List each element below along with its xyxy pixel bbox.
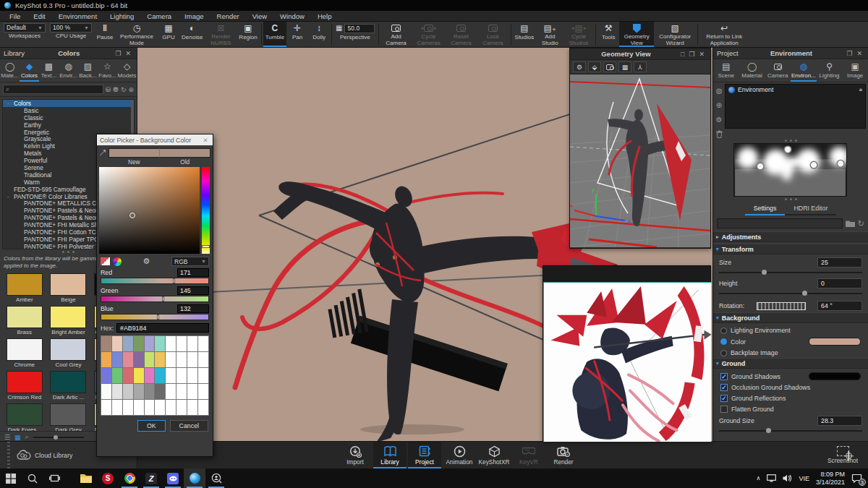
saved-swatch[interactable] bbox=[176, 351, 187, 367]
saved-swatch[interactable] bbox=[112, 351, 123, 367]
ground-reflections-option[interactable]: ✓Ground Reflections bbox=[720, 395, 861, 402]
reference-window-titlebar[interactable] bbox=[543, 266, 710, 282]
chrome-button[interactable] bbox=[119, 468, 140, 488]
geometry-viewport[interactable]: y z x bbox=[570, 74, 710, 247]
axis-icon[interactable]: ⅄ bbox=[634, 61, 647, 72]
pan-button[interactable]: ✛Pan bbox=[286, 22, 308, 47]
size-slider[interactable] bbox=[719, 269, 862, 275]
saved-swatch[interactable] bbox=[176, 335, 187, 351]
tree-item[interactable]: Earthy bbox=[3, 121, 134, 129]
gear-icon[interactable]: ⚙ bbox=[143, 257, 150, 266]
green-slider[interactable] bbox=[101, 296, 209, 302]
lock-camera-button[interactable]: Lock Camera bbox=[477, 22, 509, 47]
saved-swatch[interactable] bbox=[187, 399, 198, 415]
occlusion-ground-shadows-option[interactable]: ✓Occlusion Ground Shadows bbox=[720, 384, 861, 391]
screenshot-button[interactable]: Screenshot bbox=[827, 446, 858, 464]
saved-swatch[interactable] bbox=[112, 399, 123, 415]
hue-slider[interactable] bbox=[202, 167, 210, 254]
red-slider[interactable] bbox=[101, 278, 209, 284]
float-panel-icon[interactable]: ❐ bbox=[844, 50, 854, 57]
saved-swatch[interactable] bbox=[101, 399, 112, 415]
keyvr-button[interactable]: KeyVR bbox=[512, 442, 545, 468]
eyedropper-icon[interactable]: 🡕 bbox=[99, 149, 109, 157]
dolly-button[interactable]: ↕Dolly bbox=[308, 22, 330, 47]
grid-icon[interactable]: ▦ bbox=[618, 61, 631, 72]
color-swatch[interactable]: Chrome bbox=[4, 338, 45, 368]
tree-item[interactable]: -Colors bbox=[3, 100, 134, 107]
menu-item[interactable]: Image bbox=[178, 12, 210, 20]
menu-item[interactable]: Camera bbox=[140, 12, 178, 20]
hidden-icons-chevron[interactable]: ∧ bbox=[757, 475, 761, 481]
saved-swatch[interactable] bbox=[101, 335, 112, 351]
color-picker-titlebar[interactable]: Color Picker - Background Color ✕ bbox=[97, 134, 213, 145]
gradient-mode-icon[interactable] bbox=[101, 257, 110, 265]
saved-swatch[interactable] bbox=[198, 351, 209, 367]
cube-icon[interactable]: ⬙ bbox=[588, 61, 601, 72]
ok-button[interactable]: OK bbox=[137, 420, 166, 432]
tools-button[interactable]: ⚒Tools bbox=[597, 22, 619, 47]
saved-swatch[interactable] bbox=[123, 399, 134, 415]
rotation-field[interactable]: 64 ° bbox=[817, 301, 862, 311]
height-slider[interactable] bbox=[719, 290, 862, 296]
color-swatch[interactable]: Brass bbox=[4, 306, 45, 335]
saved-swatch[interactable] bbox=[145, 399, 156, 415]
studios-button[interactable]: ▤Studios bbox=[513, 22, 537, 47]
menu-item[interactable]: Lighting bbox=[103, 12, 140, 20]
camera-icon[interactable] bbox=[603, 61, 616, 72]
menu-item[interactable]: Environment bbox=[52, 12, 103, 20]
project-button[interactable]: Project bbox=[408, 442, 441, 468]
target-icon[interactable]: ⊕ bbox=[128, 86, 134, 93]
flatten-ground-option[interactable]: Flatten Ground bbox=[720, 406, 861, 413]
saved-swatch[interactable] bbox=[155, 335, 166, 351]
denoise-button[interactable]: ◐Denoise bbox=[179, 22, 205, 47]
gear-icon[interactable]: ⚙ bbox=[573, 61, 586, 72]
sphere-add-icon[interactable]: ⊕ bbox=[716, 101, 722, 109]
saved-swatch[interactable] bbox=[123, 367, 134, 383]
saved-swatch[interactable] bbox=[123, 335, 134, 351]
saved-swatch[interactable] bbox=[176, 399, 187, 415]
return-link-button[interactable]: ↩Return to Link Application bbox=[699, 22, 749, 47]
refresh-icon[interactable]: ↻ bbox=[121, 86, 127, 93]
color-swatch[interactable]: Amber bbox=[4, 273, 45, 303]
tab-image[interactable]: ▣Image bbox=[842, 59, 868, 82]
tab-models[interactable]: ◇Models bbox=[117, 59, 137, 82]
saved-swatch[interactable] bbox=[101, 383, 112, 399]
environment-list-item[interactable]: Environment 🔒︎ bbox=[726, 85, 865, 95]
shadow-color-swatch[interactable] bbox=[809, 372, 861, 380]
color-option[interactable]: Color bbox=[720, 338, 861, 346]
render-button[interactable]: Render bbox=[547, 442, 580, 468]
splitter-handle[interactable] bbox=[713, 197, 868, 202]
configurator-wizard-button[interactable]: ▧Configurator Wizard bbox=[654, 22, 696, 47]
saved-swatch[interactable] bbox=[155, 367, 166, 383]
tumble-button[interactable]: CTumble bbox=[263, 22, 286, 47]
wheel-mode-icon[interactable] bbox=[113, 257, 122, 266]
red-value[interactable]: 171 bbox=[177, 268, 209, 277]
saved-swatch[interactable] bbox=[187, 335, 198, 351]
geometry-view-button[interactable]: Geometry View bbox=[619, 22, 654, 47]
tab-textures[interactable]: ▩Text... bbox=[39, 59, 59, 82]
saved-swatch[interactable] bbox=[112, 335, 123, 351]
pause-button[interactable]: ‖Pause bbox=[94, 22, 116, 47]
saved-swatch[interactable] bbox=[145, 351, 156, 367]
trash-icon[interactable] bbox=[716, 130, 723, 138]
size-field[interactable]: 25 bbox=[817, 257, 862, 267]
rotation-dial[interactable] bbox=[757, 302, 806, 310]
tab-camera[interactable]: Camera bbox=[765, 59, 791, 82]
tab-environments[interactable]: ◍Envir... bbox=[59, 59, 78, 82]
background-section-header[interactable]: ▾Background bbox=[713, 312, 868, 323]
environment-path-input[interactable] bbox=[717, 218, 843, 228]
hex-input[interactable]: #AB9184 bbox=[116, 323, 209, 333]
saturation-value-area[interactable] bbox=[99, 167, 200, 254]
reference-image-window[interactable] bbox=[542, 265, 711, 441]
menu-item[interactable]: Help bbox=[311, 12, 339, 20]
saved-swatch[interactable] bbox=[123, 383, 134, 399]
refresh-icon[interactable]: ↻ bbox=[858, 219, 864, 228]
start-button[interactable] bbox=[0, 468, 22, 488]
tab-scene[interactable]: ▤Scene bbox=[713, 59, 739, 82]
saved-swatch[interactable] bbox=[112, 367, 123, 383]
saved-swatch[interactable] bbox=[198, 399, 209, 415]
taskbar-clock[interactable]: 8:09 PM 3/14/2021 bbox=[816, 471, 845, 487]
color-swatch[interactable]: Dark Grey bbox=[48, 403, 89, 431]
hue-marker[interactable] bbox=[202, 245, 210, 248]
tab-environment[interactable]: ◍Environ... bbox=[791, 59, 817, 82]
